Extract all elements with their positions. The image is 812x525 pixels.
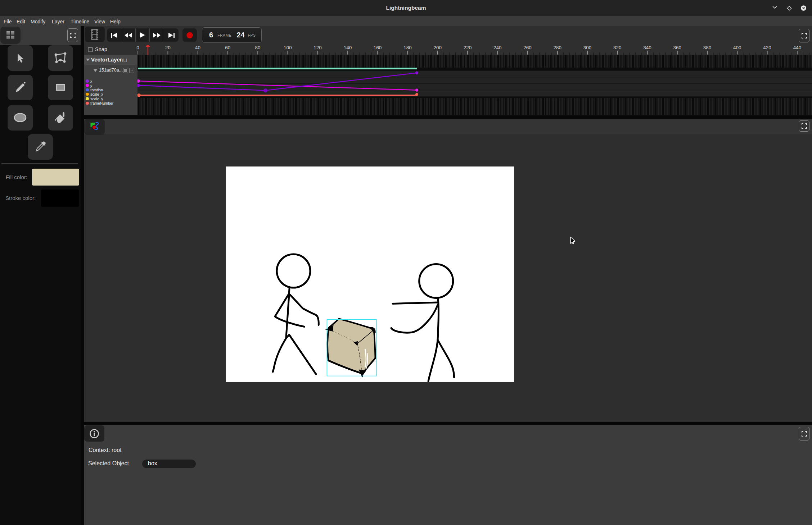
svg-text:320: 320: [613, 45, 622, 50]
svg-text:180: 180: [403, 45, 412, 50]
svg-text:100: 100: [284, 45, 292, 50]
svg-text:280: 280: [553, 45, 561, 50]
svg-text:40: 40: [195, 45, 200, 50]
svg-text:0: 0: [136, 45, 139, 50]
svg-text:340: 340: [643, 45, 651, 50]
svg-text:260: 260: [523, 45, 532, 50]
svg-text:80: 80: [255, 45, 261, 50]
svg-text:160: 160: [374, 45, 382, 50]
svg-text:240: 240: [493, 45, 502, 50]
svg-text:300: 300: [583, 45, 592, 50]
svg-text:60: 60: [225, 45, 230, 50]
svg-text:420: 420: [763, 45, 771, 50]
svg-text:120: 120: [313, 45, 322, 50]
svg-text:220: 220: [464, 45, 472, 50]
svg-text:140: 140: [344, 45, 352, 50]
svg-text:400: 400: [733, 45, 741, 50]
svg-text:440: 440: [793, 45, 802, 50]
svg-text:380: 380: [703, 45, 712, 50]
svg-text:20: 20: [165, 45, 171, 50]
svg-text:200: 200: [433, 45, 442, 50]
svg-text:360: 360: [673, 45, 682, 50]
